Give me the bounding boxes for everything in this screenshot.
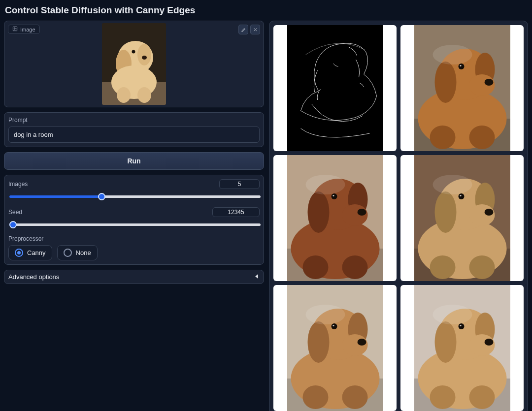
caret-left-icon (254, 273, 260, 281)
svg-point-42 (430, 255, 455, 279)
svg-point-71 (434, 321, 456, 363)
gallery-tile[interactable] (400, 25, 524, 151)
image-badge: Image (8, 25, 40, 34)
page-title: Control Stable Diffusion with Canny Edge… (5, 5, 528, 16)
svg-point-55 (302, 385, 328, 409)
prompt-card: Prompt (4, 112, 264, 147)
advanced-options-accordion[interactable]: Advanced options (4, 270, 264, 284)
images-value-chip: 5 (219, 179, 260, 189)
svg-point-16 (430, 126, 455, 149)
clear-image-button[interactable] (250, 25, 260, 34)
output-column (269, 21, 528, 411)
preprocessor-option-canny[interactable]: Canny (8, 245, 52, 260)
controls-column: Image (4, 21, 264, 284)
svg-point-68 (430, 385, 455, 409)
svg-point-77 (432, 305, 472, 324)
svg-point-10 (142, 56, 147, 60)
params-card: Images 5 Seed 12345 Preprocessor (4, 175, 264, 265)
radio-dot-icon (64, 249, 72, 257)
preprocessor-option-label: None (76, 249, 91, 256)
gallery-tile[interactable] (400, 155, 524, 281)
svg-point-37 (332, 195, 334, 196)
svg-point-62 (331, 323, 337, 329)
gallery-tile[interactable] (273, 285, 397, 411)
svg-point-76 (460, 325, 461, 326)
preprocessor-label: Preprocessor (8, 235, 260, 242)
seed-slider[interactable] (9, 223, 261, 226)
input-image-preview (102, 23, 166, 105)
svg-point-45 (434, 191, 456, 233)
svg-point-49 (458, 193, 464, 199)
svg-point-32 (307, 191, 329, 233)
svg-point-30 (342, 255, 367, 279)
preprocessor-section: Preprocessor Canny None (8, 235, 260, 260)
svg-point-24 (460, 65, 461, 66)
output-gallery (269, 21, 528, 411)
advanced-label: Advanced options (8, 273, 59, 281)
image-input-card[interactable]: Image (4, 21, 264, 107)
seed-label: Seed (8, 209, 22, 216)
svg-point-11 (132, 50, 135, 54)
run-button[interactable]: Run (4, 152, 264, 170)
svg-point-17 (469, 126, 495, 149)
svg-point-56 (342, 385, 367, 409)
svg-point-69 (469, 385, 495, 409)
input-image-art (102, 23, 166, 105)
svg-point-64 (305, 305, 345, 324)
svg-point-50 (460, 195, 461, 196)
gallery-tile[interactable] (400, 285, 524, 411)
svg-point-8 (117, 87, 131, 103)
svg-point-19 (434, 62, 456, 103)
seed-slider-row: Seed 12345 (8, 207, 260, 227)
svg-point-29 (302, 255, 328, 279)
image-icon (12, 26, 18, 32)
svg-point-22 (484, 79, 493, 86)
svg-point-35 (357, 209, 366, 216)
svg-point-63 (332, 325, 334, 326)
prompt-label: Prompt (8, 117, 260, 124)
svg-point-75 (458, 323, 464, 329)
svg-rect-12 (287, 25, 383, 151)
edit-image-button[interactable] (238, 25, 248, 34)
prompt-input[interactable] (8, 126, 260, 143)
svg-point-48 (484, 209, 493, 216)
images-slider-row: Images 5 (8, 179, 260, 199)
svg-point-36 (331, 193, 337, 199)
gallery-tile[interactable] (273, 155, 397, 281)
gallery-tile[interactable] (273, 25, 397, 151)
radio-dot-icon (15, 249, 23, 257)
svg-point-23 (458, 63, 464, 69)
preprocessor-option-label: Canny (27, 249, 46, 256)
svg-point-9 (137, 87, 151, 103)
seed-value-chip: 12345 (212, 207, 260, 217)
svg-point-51 (432, 175, 472, 194)
svg-point-6 (137, 44, 151, 65)
image-badge-label: Image (20, 27, 35, 32)
svg-point-43 (469, 255, 495, 279)
svg-point-38 (305, 175, 345, 194)
svg-point-61 (357, 339, 366, 346)
images-slider[interactable] (9, 195, 261, 198)
preprocessor-option-none[interactable]: None (57, 245, 98, 260)
svg-point-58 (307, 321, 329, 363)
svg-point-25 (432, 45, 472, 64)
images-label: Images (8, 181, 28, 188)
svg-point-1 (14, 28, 15, 29)
svg-point-74 (484, 339, 493, 346)
